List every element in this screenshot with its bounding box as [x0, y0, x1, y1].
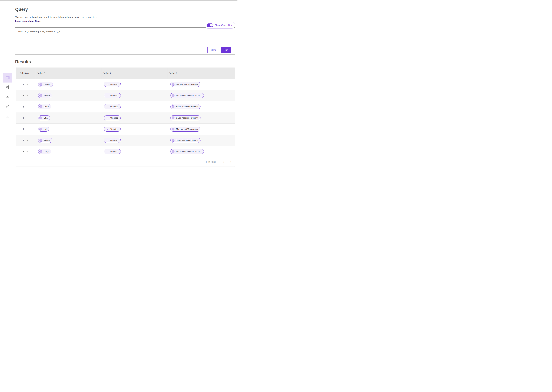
entity-label: Etta: [44, 117, 48, 119]
table-row: + − Persie →Attended Sales Associate Sum…: [16, 135, 235, 146]
toggle-switch-icon[interactable]: [207, 23, 213, 27]
relation-pill[interactable]: →Attended: [104, 149, 121, 154]
remove-selection-button[interactable]: −: [27, 128, 28, 131]
run-button[interactable]: Run: [221, 47, 231, 53]
sidebar-item-table-view[interactable]: [3, 73, 12, 83]
remove-selection-button[interactable]: −: [27, 150, 28, 153]
remove-selection-button[interactable]: −: [27, 105, 28, 108]
remove-selection-button[interactable]: −: [27, 116, 28, 119]
description-row: You can query a knowledge graph to ident…: [15, 16, 235, 18]
table-row: + − Persie →Attended Innovations in Mech…: [16, 90, 235, 101]
entity-pill[interactable]: Sales Associate Summit: [170, 104, 201, 109]
results-title: Results: [15, 59, 235, 64]
top-border-bar: [0, 0, 238, 1]
query-actions-row: Clear Run: [15, 45, 235, 55]
network-icon: [6, 85, 10, 90]
add-selection-button[interactable]: +: [22, 139, 24, 142]
node-icon: [172, 139, 175, 142]
relation-label: Attended: [110, 150, 118, 153]
add-selection-button[interactable]: +: [22, 94, 24, 97]
node-icon: [39, 128, 42, 131]
query-box: MATCH (p:Person)-[r]->(e) RETURN p,r,e C…: [15, 28, 235, 55]
node-icon: [172, 105, 175, 108]
entity-pill[interactable]: Managment Techniques: [170, 126, 200, 132]
table-row: + − Lauren →Attended Managment Technique…: [16, 79, 235, 90]
entity-label: Sales Associate Summit: [176, 105, 198, 108]
add-selection-button[interactable]: +: [22, 116, 24, 119]
relation-label: Attended: [110, 139, 118, 141]
entity-pill[interactable]: Innovations in Mechanical...: [170, 93, 204, 98]
node-icon: [172, 83, 175, 86]
arrow-right-icon: →: [106, 105, 108, 108]
column-header-value1: Value 1: [101, 68, 167, 79]
remove-selection-button[interactable]: −: [27, 139, 28, 142]
clear-button[interactable]: Clear: [208, 47, 219, 53]
chevron-left-icon: ‹: [223, 160, 224, 164]
table-header-row: Selection Value 0 Value 1 Value 2: [16, 68, 235, 79]
table-row: + − Beau →Attended Sales Associate Summi…: [16, 101, 235, 112]
sidebar-item-graph-view[interactable]: [3, 83, 12, 92]
arrow-right-icon: →: [106, 83, 108, 85]
entity-pill[interactable]: Sales Associate Summit: [170, 138, 201, 143]
entity-pill[interactable]: Lauren: [38, 82, 53, 87]
column-header-value2: Value 2: [167, 68, 235, 79]
sidebar-item-graph-box-view[interactable]: [3, 102, 12, 112]
table-row: + − Larry →Attended Innovations in Mecha…: [16, 146, 235, 157]
add-selection-button[interactable]: +: [22, 150, 24, 153]
entity-label: Innovations in Mechanical...: [176, 94, 201, 97]
entity-pill[interactable]: Managment Techniques: [170, 82, 200, 87]
entity-pill[interactable]: Larry: [38, 149, 51, 154]
toggle-label: Show Query Box: [215, 24, 232, 27]
entity-pill[interactable]: Etta: [38, 115, 50, 120]
relation-pill[interactable]: →Attended: [104, 104, 121, 109]
chevron-right-icon: ›: [230, 160, 231, 164]
results-table: Selection Value 0 Value 1 Value 2 + − La…: [16, 68, 235, 167]
sidebar-item-chart-view[interactable]: [3, 92, 12, 101]
entity-pill[interactable]: Uri: [38, 126, 49, 132]
node-icon: [172, 150, 175, 153]
entity-pill[interactable]: Beau: [38, 104, 51, 109]
toggle-knob: [210, 24, 213, 27]
entity-pill[interactable]: Persie: [38, 138, 52, 143]
prev-page-button[interactable]: ‹: [223, 160, 224, 164]
entity-pill[interactable]: Sales Associate Summit: [170, 115, 201, 120]
node-icon: [172, 128, 175, 131]
query-input-wrap: MATCH (p:Person)-[r]->(e) RETURN p,r,e: [15, 28, 235, 45]
entity-label: Persie: [44, 94, 50, 97]
entity-label: Managment Techniques: [176, 128, 198, 130]
entity-label: Larry: [44, 150, 49, 153]
dashed-box-icon: [6, 114, 10, 119]
relation-label: Attended: [110, 83, 118, 85]
add-selection-button[interactable]: +: [22, 83, 24, 86]
remove-selection-button[interactable]: −: [27, 83, 28, 86]
relation-pill[interactable]: →Attended: [104, 82, 121, 87]
page-title: Query: [15, 7, 235, 12]
node-icon: [172, 94, 175, 97]
entity-label: Persie: [44, 139, 50, 141]
column-header-value0: Value 0: [35, 68, 101, 79]
relation-pill[interactable]: →Attended: [104, 138, 121, 143]
relation-label: Attended: [110, 128, 118, 130]
resize-handle-icon[interactable]: [233, 43, 235, 45]
relation-pill[interactable]: →Attended: [104, 115, 121, 120]
query-input[interactable]: MATCH (p:Person)-[r]->(e) RETURN p,r,e: [15, 28, 235, 45]
relation-label: Attended: [110, 105, 118, 108]
next-page-button[interactable]: ›: [230, 160, 231, 164]
relation-label: Attended: [110, 94, 118, 97]
arrow-right-icon: →: [106, 139, 108, 141]
node-icon: [39, 139, 42, 142]
remove-selection-button[interactable]: −: [27, 94, 28, 97]
table-row: + − Etta →Attended Sales Associate Summi…: [16, 112, 235, 123]
relation-pill[interactable]: →Attended: [104, 126, 121, 132]
entity-pill[interactable]: Persie: [38, 93, 52, 98]
add-selection-button[interactable]: +: [22, 105, 24, 108]
entity-label: Sales Associate Summit: [176, 117, 198, 119]
relation-pill[interactable]: →Attended: [104, 93, 121, 98]
learn-more-link[interactable]: Learn more about Query: [15, 20, 42, 22]
entity-label: Uri: [44, 128, 47, 130]
page-description: You can query a knowledge graph to ident…: [15, 16, 235, 18]
add-selection-button[interactable]: +: [22, 128, 24, 131]
table-footer: 1-31 of 31 ‹ ›: [16, 157, 235, 167]
entity-pill[interactable]: Innovations in Mechanical...: [170, 149, 204, 154]
entity-label: Lauren: [44, 83, 50, 85]
